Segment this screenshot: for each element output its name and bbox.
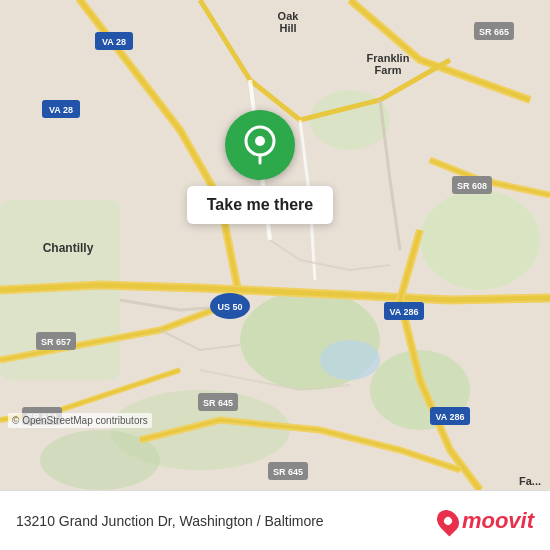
svg-point-8 <box>320 340 380 380</box>
svg-text:Franklin: Franklin <box>367 52 410 64</box>
svg-text:VA 286: VA 286 <box>435 412 464 422</box>
svg-text:SR 645: SR 645 <box>203 398 233 408</box>
moovit-pin-icon <box>432 505 463 536</box>
svg-text:SR 645: SR 645 <box>273 467 303 477</box>
svg-text:VA 286: VA 286 <box>389 307 418 317</box>
svg-text:VA 28: VA 28 <box>49 105 73 115</box>
svg-text:Hill: Hill <box>279 22 296 34</box>
moovit-logo[interactable]: moovit <box>438 508 534 534</box>
svg-text:Farm: Farm <box>375 64 402 76</box>
map-container: VA 28 VA 28 SR 665 SR 608 US 50 VA 286 V… <box>0 0 550 490</box>
pin-circle <box>225 110 295 180</box>
copyright-text: © OpenStreetMap contributors <box>8 413 152 428</box>
svg-text:Chantilly: Chantilly <box>43 241 94 255</box>
popup: Take me there <box>155 110 365 224</box>
take-me-there-button[interactable]: Take me there <box>187 186 333 224</box>
moovit-brand-text: moovit <box>462 508 534 534</box>
svg-text:Oak: Oak <box>278 10 300 22</box>
svg-text:SR 665: SR 665 <box>479 27 509 37</box>
svg-point-38 <box>255 136 265 146</box>
svg-text:SR 657: SR 657 <box>41 337 71 347</box>
svg-text:SR 608: SR 608 <box>457 181 487 191</box>
location-pin-icon <box>242 125 278 165</box>
address-text: 13210 Grand Junction Dr, Washington / Ba… <box>16 513 324 529</box>
bottom-bar: 13210 Grand Junction Dr, Washington / Ba… <box>0 490 550 550</box>
svg-text:VA 28: VA 28 <box>102 37 126 47</box>
svg-text:Fa...: Fa... <box>519 475 541 487</box>
svg-text:US 50: US 50 <box>217 302 242 312</box>
svg-point-4 <box>420 190 540 290</box>
